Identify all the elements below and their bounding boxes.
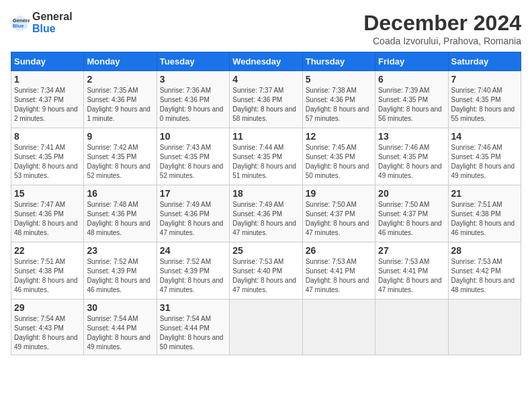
day-number: 4 — [232, 74, 299, 85]
logo: General Blue General Blue — [11, 11, 73, 34]
day-info: Sunrise: 7:54 AM Sunset: 4:44 PM Dayligh… — [87, 315, 150, 351]
table-row: 10 Sunrise: 7:43 AM Sunset: 4:35 PM Dayl… — [157, 128, 229, 185]
day-number: 29 — [14, 302, 81, 313]
empty-cell — [302, 300, 375, 355]
table-row: 4 Sunrise: 7:37 AM Sunset: 4:36 PM Dayli… — [230, 71, 302, 128]
day-number: 9 — [87, 131, 153, 142]
empty-cell — [448, 300, 521, 355]
day-number: 22 — [14, 245, 81, 256]
col-friday: Friday — [375, 52, 448, 71]
day-number: 13 — [378, 131, 445, 142]
day-number: 24 — [160, 245, 226, 256]
day-info: Sunrise: 7:50 AM Sunset: 4:37 PM Dayligh… — [378, 201, 442, 236]
day-number: 12 — [306, 131, 372, 142]
table-row: 11 Sunrise: 7:44 AM Sunset: 4:35 PM Dayl… — [230, 128, 302, 185]
day-info: Sunrise: 7:49 AM Sunset: 4:36 PM Dayligh… — [160, 201, 224, 236]
day-info: Sunrise: 7:42 AM Sunset: 4:35 PM Dayligh… — [87, 144, 150, 179]
day-info: Sunrise: 7:49 AM Sunset: 4:36 PM Dayligh… — [232, 201, 296, 236]
svg-text:General: General — [13, 17, 30, 23]
logo-line2: Blue — [32, 23, 73, 35]
day-info: Sunrise: 7:43 AM Sunset: 4:35 PM Dayligh… — [160, 144, 224, 179]
empty-cell — [230, 300, 302, 355]
calendar-week-row: 15 Sunrise: 7:47 AM Sunset: 4:36 PM Dayl… — [11, 185, 521, 242]
day-info: Sunrise: 7:53 AM Sunset: 4:41 PM Dayligh… — [378, 258, 442, 293]
table-row: 18 Sunrise: 7:49 AM Sunset: 4:36 PM Dayl… — [230, 185, 302, 242]
col-sunday: Sunday — [11, 52, 84, 71]
day-number: 15 — [14, 188, 81, 199]
table-row: 26 Sunrise: 7:53 AM Sunset: 4:41 PM Dayl… — [302, 242, 375, 300]
table-row: 22 Sunrise: 7:51 AM Sunset: 4:38 PM Dayl… — [11, 242, 84, 300]
day-info: Sunrise: 7:45 AM Sunset: 4:35 PM Dayligh… — [306, 144, 369, 179]
day-info: Sunrise: 7:46 AM Sunset: 4:35 PM Dayligh… — [378, 144, 442, 179]
day-number: 11 — [232, 131, 299, 142]
table-row: 20 Sunrise: 7:50 AM Sunset: 4:37 PM Dayl… — [375, 185, 448, 242]
table-row: 16 Sunrise: 7:48 AM Sunset: 4:36 PM Dayl… — [84, 185, 157, 242]
day-number: 21 — [451, 188, 518, 199]
day-info: Sunrise: 7:34 AM Sunset: 4:37 PM Dayligh… — [14, 87, 78, 122]
calendar-week-row: 1 Sunrise: 7:34 AM Sunset: 4:37 PM Dayli… — [11, 71, 521, 128]
day-info: Sunrise: 7:50 AM Sunset: 4:37 PM Dayligh… — [306, 201, 369, 236]
day-number: 16 — [87, 188, 153, 199]
day-info: Sunrise: 7:53 AM Sunset: 4:41 PM Dayligh… — [306, 258, 369, 293]
table-row: 31 Sunrise: 7:54 AM Sunset: 4:44 PM Dayl… — [157, 300, 229, 355]
day-info: Sunrise: 7:53 AM Sunset: 4:42 PM Dayligh… — [451, 258, 515, 293]
day-number: 28 — [451, 245, 518, 256]
day-number: 10 — [160, 131, 226, 142]
day-number: 30 — [87, 302, 153, 313]
table-row: 14 Sunrise: 7:46 AM Sunset: 4:35 PM Dayl… — [448, 128, 521, 185]
logo-icon: General Blue — [11, 13, 30, 32]
day-info: Sunrise: 7:51 AM Sunset: 4:38 PM Dayligh… — [451, 201, 515, 236]
table-row: 30 Sunrise: 7:54 AM Sunset: 4:44 PM Dayl… — [84, 300, 157, 355]
table-row: 3 Sunrise: 7:36 AM Sunset: 4:36 PM Dayli… — [157, 71, 229, 128]
table-row: 2 Sunrise: 7:35 AM Sunset: 4:36 PM Dayli… — [84, 71, 157, 128]
calendar-week-row: 22 Sunrise: 7:51 AM Sunset: 4:38 PM Dayl… — [11, 242, 521, 300]
month-year: December 2024 — [363, 11, 521, 36]
page-header: General Blue General Blue December 2024 … — [11, 11, 521, 46]
day-info: Sunrise: 7:54 AM Sunset: 4:43 PM Dayligh… — [14, 315, 78, 351]
table-row: 8 Sunrise: 7:41 AM Sunset: 4:35 PM Dayli… — [11, 128, 84, 185]
table-row: 15 Sunrise: 7:47 AM Sunset: 4:36 PM Dayl… — [11, 185, 84, 242]
table-row: 9 Sunrise: 7:42 AM Sunset: 4:35 PM Dayli… — [84, 128, 157, 185]
logo-line1: General — [32, 11, 73, 23]
table-row: 6 Sunrise: 7:39 AM Sunset: 4:35 PM Dayli… — [375, 71, 448, 128]
title-block: December 2024 Coada Izvorului, Prahova, … — [363, 11, 521, 46]
day-number: 6 — [378, 74, 445, 85]
calendar-table: Sunday Monday Tuesday Wednesday Thursday… — [11, 52, 521, 355]
table-row: 7 Sunrise: 7:40 AM Sunset: 4:35 PM Dayli… — [448, 71, 521, 128]
table-row: 1 Sunrise: 7:34 AM Sunset: 4:37 PM Dayli… — [11, 71, 84, 128]
day-number: 1 — [14, 74, 81, 85]
day-info: Sunrise: 7:41 AM Sunset: 4:35 PM Dayligh… — [14, 144, 78, 179]
day-number: 27 — [378, 245, 445, 256]
table-row: 25 Sunrise: 7:53 AM Sunset: 4:40 PM Dayl… — [230, 242, 302, 300]
day-number: 31 — [160, 302, 226, 313]
header-row: Sunday Monday Tuesday Wednesday Thursday… — [11, 52, 521, 71]
day-info: Sunrise: 7:46 AM Sunset: 4:35 PM Dayligh… — [451, 144, 515, 179]
day-number: 20 — [378, 188, 445, 199]
empty-cell — [375, 300, 448, 355]
col-saturday: Saturday — [448, 52, 521, 71]
day-info: Sunrise: 7:52 AM Sunset: 4:39 PM Dayligh… — [87, 258, 150, 293]
day-info: Sunrise: 7:52 AM Sunset: 4:39 PM Dayligh… — [160, 258, 224, 293]
day-number: 25 — [232, 245, 299, 256]
day-number: 14 — [451, 131, 518, 142]
day-number: 2 — [87, 74, 153, 85]
day-number: 23 — [87, 245, 153, 256]
day-info: Sunrise: 7:36 AM Sunset: 4:36 PM Dayligh… — [160, 87, 224, 122]
day-info: Sunrise: 7:38 AM Sunset: 4:36 PM Dayligh… — [306, 87, 369, 122]
col-tuesday: Tuesday — [157, 52, 229, 71]
table-row: 23 Sunrise: 7:52 AM Sunset: 4:39 PM Dayl… — [84, 242, 157, 300]
day-info: Sunrise: 7:51 AM Sunset: 4:38 PM Dayligh… — [14, 258, 78, 293]
table-row: 27 Sunrise: 7:53 AM Sunset: 4:41 PM Dayl… — [375, 242, 448, 300]
day-info: Sunrise: 7:39 AM Sunset: 4:35 PM Dayligh… — [378, 87, 442, 122]
calendar-week-row: 29 Sunrise: 7:54 AM Sunset: 4:43 PM Dayl… — [11, 300, 521, 355]
day-info: Sunrise: 7:44 AM Sunset: 4:35 PM Dayligh… — [232, 144, 296, 179]
day-number: 5 — [306, 74, 372, 85]
day-number: 26 — [306, 245, 372, 256]
day-number: 18 — [232, 188, 299, 199]
table-row: 19 Sunrise: 7:50 AM Sunset: 4:37 PM Dayl… — [302, 185, 375, 242]
day-info: Sunrise: 7:40 AM Sunset: 4:35 PM Dayligh… — [451, 87, 515, 122]
col-wednesday: Wednesday — [230, 52, 302, 71]
day-number: 3 — [160, 74, 226, 85]
day-number: 17 — [160, 188, 226, 199]
col-monday: Monday — [84, 52, 157, 71]
